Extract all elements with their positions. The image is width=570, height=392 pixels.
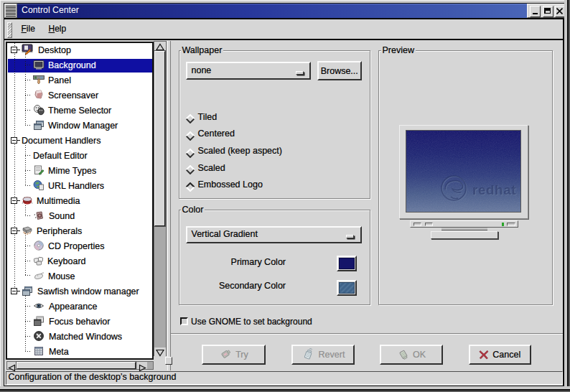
svg-text:redhat: redhat [472, 182, 516, 197]
